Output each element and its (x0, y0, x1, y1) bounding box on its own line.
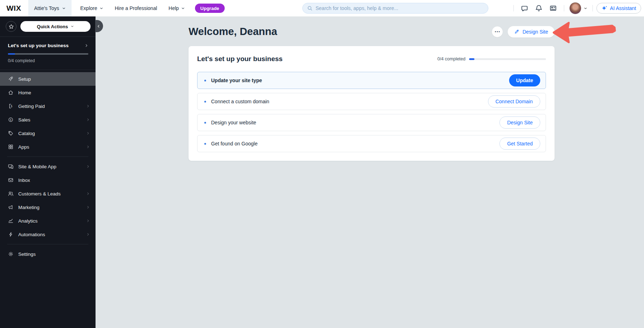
sidebar-item-settings[interactable]: Settings (0, 247, 96, 261)
sparkle-icon (601, 5, 608, 11)
card-completed-text: 0/4 completed (437, 56, 465, 61)
task-list: Update your site type Update Connect a c… (197, 72, 546, 152)
favorites-button[interactable] (6, 21, 16, 32)
chevron-down-icon (181, 6, 185, 10)
messages-button[interactable] (517, 1, 532, 15)
notifications-button[interactable] (532, 1, 546, 15)
topbar-right: AI Assistant (510, 1, 644, 15)
design-site-button[interactable]: Design Site (508, 26, 555, 38)
connect-domain-button[interactable]: Connect Domain (488, 95, 540, 108)
chevron-right-icon (86, 145, 90, 149)
progress-fill (469, 58, 474, 60)
envelope-icon (8, 177, 14, 183)
sidebar-item-apps[interactable]: Apps (0, 140, 96, 154)
search-bar[interactable] (302, 3, 488, 14)
upgrade-button[interactable]: Upgrade (195, 4, 225, 13)
divider (592, 5, 593, 11)
setup-card-header: Let's set up your business 0/4 completed (197, 55, 546, 63)
search-input[interactable] (316, 5, 484, 11)
chevron-right-icon (86, 205, 90, 209)
sidebar-item-setup[interactable]: Setup (0, 72, 96, 86)
setup-card: Let's set up your business 0/4 completed… (189, 46, 555, 161)
site-switcher[interactable]: Attie's Toys (28, 0, 72, 16)
ai-assistant-button[interactable]: AI Assistant (596, 3, 641, 14)
task-row-update-your-site-type: Update your site type Update (197, 72, 546, 89)
card-progress: 0/4 completed (437, 56, 546, 61)
sidebar-item-site-mobile-app[interactable]: Site & Mobile App (0, 160, 96, 173)
messages-icon (521, 4, 528, 12)
sidebar-item-sales[interactable]: Sales (0, 113, 96, 126)
sidebar-item-home[interactable]: Home (0, 86, 96, 99)
task-row-connect-a-custom-domain: Connect a custom domain Connect Domain (197, 93, 546, 110)
sidebar-menu: Setup Home Getting Paid Sales Catalog Ap… (0, 70, 96, 261)
avatar[interactable] (569, 2, 581, 14)
chevron-down-icon (584, 6, 587, 10)
devices-icon (8, 164, 14, 169)
updates-icon (549, 4, 557, 12)
chevron-right-icon (86, 118, 90, 121)
home-icon (8, 90, 14, 95)
progress-completed-text: 0/4 completed (8, 58, 88, 63)
bullet-dot-icon (204, 80, 206, 81)
sidebar: Quick Actions Let's set up your business… (0, 16, 96, 328)
sidebar-item-catalog[interactable]: Catalog (0, 126, 96, 140)
sidebar-item-customers-leads[interactable]: Customers & Leads (0, 187, 96, 200)
header-actions: ··· Design Site (492, 26, 555, 38)
invoice-icon (8, 103, 14, 109)
sidebar-item-marketing[interactable]: Marketing (0, 200, 96, 214)
more-actions-button[interactable]: ··· (492, 26, 503, 37)
divider (7, 244, 88, 244)
progress-fill (8, 53, 15, 55)
sidebar-item-inbox[interactable]: Inbox (0, 173, 96, 187)
chevron-right-icon (86, 192, 90, 195)
search-icon (307, 5, 313, 11)
design-site-button[interactable]: Design Site (499, 116, 540, 129)
get-started-button[interactable]: Get Started (499, 138, 540, 150)
nav-explore[interactable]: Explore (80, 5, 103, 11)
chevron-right-icon (84, 44, 88, 48)
card-title: Let's set up your business (197, 55, 283, 63)
topbar-nav: Explore Hire a Professional Help (80, 5, 185, 11)
main-content: Welcome, Deanna ··· Design Site Let's se… (96, 16, 644, 328)
chevron-left-icon (97, 24, 101, 28)
notifications-icon (535, 4, 543, 12)
chevron-right-icon (86, 233, 90, 236)
task-row-get-found-on-google: Get found on Google Get Started (197, 135, 546, 152)
people-icon (8, 191, 14, 197)
sidebar-setup-progress[interactable]: Let's set up your business 0/4 completed (0, 37, 96, 70)
gear-icon (8, 251, 14, 257)
page-header: Welcome, Deanna ··· Design Site (189, 16, 555, 46)
chevron-right-icon (86, 131, 90, 135)
divider (564, 5, 564, 11)
chevron-right-icon (86, 219, 90, 223)
chevron-right-icon (86, 104, 90, 108)
update-button[interactable]: Update (509, 74, 540, 86)
sidebar-item-automations[interactable]: Automations (0, 228, 96, 241)
updates-button[interactable] (546, 1, 560, 15)
chart-icon (8, 218, 14, 224)
star-icon (9, 24, 14, 29)
annotation-arrow (553, 21, 616, 44)
sidebar-item-analytics[interactable]: Analytics (0, 214, 96, 228)
divider (513, 5, 514, 11)
nav-hire-a-professional[interactable]: Hire a Professional (115, 5, 157, 11)
bullet-dot-icon (204, 143, 206, 145)
quick-actions-button[interactable]: Quick Actions (20, 21, 91, 32)
wix-logo[interactable]: WIX (6, 4, 21, 13)
dollar-icon (8, 117, 14, 123)
page-title: Welcome, Deanna (189, 26, 277, 38)
megaphone-icon (8, 204, 14, 210)
chevron-right-icon (86, 165, 90, 168)
pencil-icon (514, 29, 519, 34)
tag-icon (8, 130, 14, 136)
apps-icon (8, 144, 14, 150)
rocket-icon (8, 76, 14, 82)
topbar: WIX Attie's Toys Explore Hire a Professi… (0, 0, 644, 16)
progress-track (469, 58, 546, 60)
nav-help[interactable]: Help (169, 5, 185, 11)
sidebar-item-getting-paid[interactable]: Getting Paid (0, 99, 96, 113)
chevron-down-icon (62, 6, 66, 10)
account-menu[interactable] (569, 2, 587, 14)
bolt-icon (8, 232, 14, 237)
chevron-down-icon (99, 6, 103, 10)
